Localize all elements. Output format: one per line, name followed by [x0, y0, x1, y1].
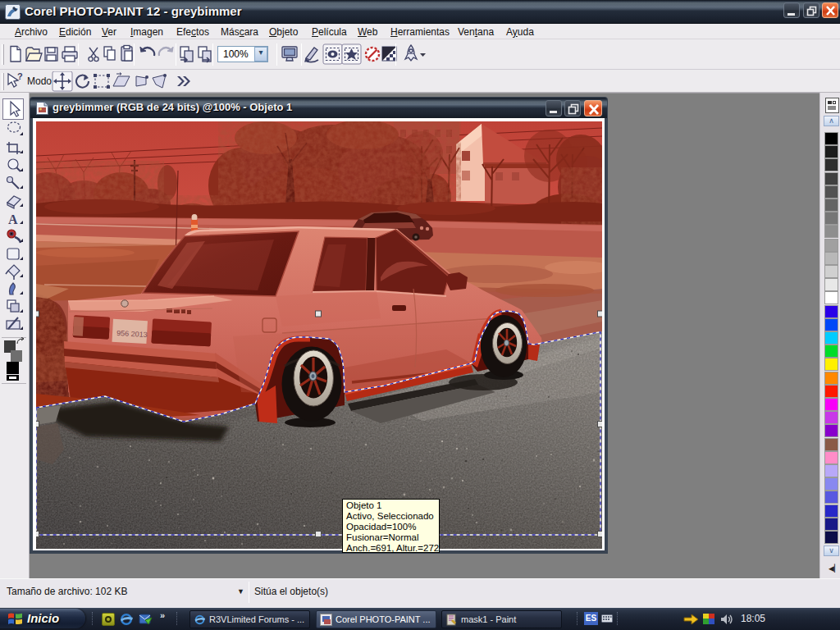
svg-text:?: ?: [17, 71, 23, 81]
svg-text:A: A: [8, 212, 18, 226]
svg-text:956 2013: 956 2013: [116, 329, 148, 339]
svg-text:Modo: Modo: [27, 75, 52, 87]
